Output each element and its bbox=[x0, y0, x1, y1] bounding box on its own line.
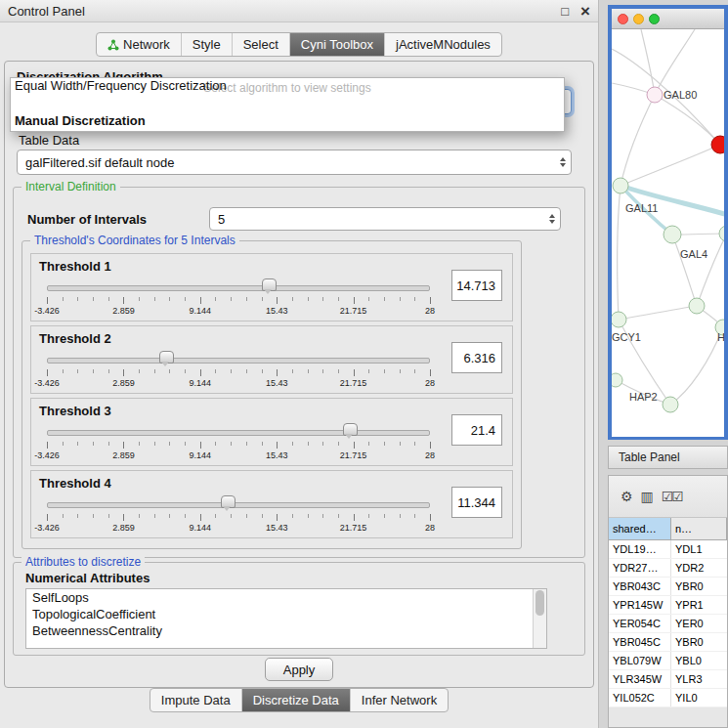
tab-cyni-toolbox[interactable]: Cyni Toolbox bbox=[289, 33, 384, 56]
tick-mark bbox=[322, 514, 323, 518]
table-row[interactable]: YER054CYER0 bbox=[609, 615, 727, 633]
table-row[interactable]: YDL19…YDL1 bbox=[609, 540, 727, 559]
bottom-tab-bar: Impute DataDiscretize DataInfer Network bbox=[150, 688, 449, 712]
slider-thumb[interactable] bbox=[159, 351, 174, 364]
cell-name: YDL1 bbox=[671, 543, 727, 555]
network-node[interactable] bbox=[612, 312, 626, 327]
tick-mark bbox=[277, 369, 278, 376]
tick-mark bbox=[368, 297, 369, 301]
network-edge[interactable] bbox=[672, 235, 697, 306]
tab-network[interactable]: Network bbox=[97, 33, 181, 56]
minimize-window-icon[interactable] bbox=[633, 14, 644, 24]
table-row[interactable]: YDR27…YDR2 bbox=[609, 559, 727, 578]
threshold-value-input[interactable]: 6.316 bbox=[451, 342, 502, 373]
network-node[interactable] bbox=[664, 226, 681, 243]
table-row[interactable]: YLR345WYLR3 bbox=[609, 670, 727, 689]
column-header-n[interactable]: n… bbox=[671, 518, 727, 539]
apply-button[interactable]: Apply bbox=[265, 658, 333, 681]
settings-gear-icon[interactable]: ⚙ bbox=[621, 490, 631, 503]
vertical-scrollbar[interactable] bbox=[533, 589, 546, 648]
algorithm-option-manual-discretization[interactable]: Manual Discretization bbox=[15, 113, 146, 128]
tab-jactivemnodules[interactable]: jActiveMNodules bbox=[384, 33, 501, 56]
column-header-shared[interactable]: shared… bbox=[609, 518, 671, 539]
threshold-value-input[interactable]: 11.344 bbox=[451, 487, 502, 518]
slider-thumb[interactable] bbox=[262, 278, 277, 291]
threshold-value-input[interactable]: 21.4 bbox=[451, 414, 502, 446]
tick-label: 21.715 bbox=[340, 450, 367, 460]
tick-mark bbox=[354, 442, 355, 449]
table-row[interactable]: YBL079WYBL0 bbox=[609, 652, 727, 670]
network-edge[interactable] bbox=[641, 29, 655, 95]
network-edge[interactable] bbox=[670, 327, 723, 405]
network-node[interactable] bbox=[689, 298, 705, 314]
tick-mark bbox=[430, 297, 431, 304]
network-node[interactable] bbox=[647, 87, 663, 103]
tick-mark bbox=[246, 442, 247, 446]
zoom-window-icon[interactable] bbox=[649, 14, 660, 24]
close-icon[interactable]: × bbox=[580, 3, 590, 20]
tick-mark bbox=[368, 369, 369, 373]
tick-mark bbox=[63, 514, 64, 518]
tab-infer-network[interactable]: Infer Network bbox=[350, 689, 448, 711]
slider-ticks bbox=[47, 514, 430, 522]
slider-ticks bbox=[47, 369, 430, 377]
scrollbar-thumb[interactable] bbox=[535, 590, 544, 616]
tick-mark bbox=[215, 442, 216, 446]
table-panel-header[interactable]: Table Panel bbox=[608, 446, 728, 469]
attribute-list-item[interactable]: TopologicalCoefficient bbox=[26, 606, 546, 622]
tab-select[interactable]: Select bbox=[232, 33, 289, 56]
table-data-combobox-value: galFiltered.sif default node bbox=[18, 155, 555, 170]
column-layout-icon[interactable]: ▥ bbox=[641, 490, 652, 503]
threshold-slider[interactable] bbox=[47, 350, 430, 367]
tab-impute-data[interactable]: Impute Data bbox=[150, 689, 241, 711]
network-edge[interactable] bbox=[619, 306, 697, 320]
tab-discretize-data[interactable]: Discretize Data bbox=[241, 689, 350, 711]
tick-mark bbox=[400, 442, 401, 446]
float-window-icon[interactable]: □ bbox=[561, 5, 569, 18]
attribute-list-item[interactable]: SelfLoops bbox=[26, 589, 546, 606]
select-columns-icon[interactable]: ☑☑ bbox=[662, 490, 682, 503]
table-row[interactable]: YPR145WYPR1 bbox=[609, 596, 727, 615]
tick-label: 28 bbox=[425, 523, 435, 533]
threshold-slider[interactable] bbox=[47, 494, 430, 512]
number-of-intervals-combobox[interactable]: 5 bbox=[209, 207, 561, 231]
slider-track bbox=[47, 285, 430, 291]
network-window-titlebar[interactable] bbox=[612, 9, 724, 29]
algorithm-option-equal-width-frequency-discretization[interactable]: Equal Width/Frequency Discretization bbox=[15, 78, 227, 93]
tick-mark bbox=[308, 442, 309, 446]
threshold-slider[interactable] bbox=[47, 422, 430, 440]
numerical-attributes-label: Numerical Attributes bbox=[25, 571, 150, 585]
tick-label: 9.144 bbox=[190, 450, 212, 460]
table-row[interactable]: YIL052CYIL0 bbox=[609, 689, 727, 707]
tick-mark bbox=[430, 369, 431, 376]
network-node[interactable] bbox=[612, 373, 622, 387]
network-edge[interactable] bbox=[621, 145, 720, 186]
network-edge[interactable] bbox=[618, 186, 621, 320]
table-data-combobox[interactable]: galFiltered.sif default node bbox=[17, 150, 572, 175]
network-edge[interactable] bbox=[655, 95, 720, 145]
threshold-slider[interactable] bbox=[47, 278, 430, 295]
tab-style[interactable]: Style bbox=[181, 33, 232, 56]
table-row[interactable]: YBR045CYBR0 bbox=[609, 633, 727, 652]
network-canvas[interactable]: GAL80GAL11GAL4GCY1HHAP2 bbox=[612, 29, 724, 437]
network-node[interactable] bbox=[719, 226, 724, 241]
tick-mark bbox=[414, 514, 415, 518]
tick-mark bbox=[322, 369, 323, 373]
network-node[interactable] bbox=[711, 136, 724, 153]
network-graph[interactable]: GAL80GAL11GAL4GCY1HHAP2 bbox=[612, 29, 724, 437]
threshold-value-input[interactable]: 14.713 bbox=[451, 270, 502, 301]
close-window-icon[interactable] bbox=[618, 14, 628, 24]
network-node[interactable] bbox=[663, 397, 678, 412]
slider-thumb[interactable] bbox=[343, 423, 358, 436]
tick-mark bbox=[384, 369, 385, 373]
slider-thumb[interactable] bbox=[221, 495, 236, 508]
network-edge[interactable] bbox=[621, 95, 655, 186]
numerical-attributes-list[interactable]: SelfLoopsTopologicalCoefficientBetweenne… bbox=[25, 588, 547, 649]
table-row[interactable]: YBR043CYBR0 bbox=[609, 578, 727, 596]
tick-label: -3.426 bbox=[34, 450, 60, 460]
network-edge[interactable] bbox=[697, 234, 724, 306]
interval-definition-group: Interval Definition Number of Intervals … bbox=[13, 187, 585, 558]
attribute-list-item[interactable]: BetweennessCentrality bbox=[26, 622, 546, 639]
network-node[interactable] bbox=[613, 178, 628, 193]
network-view-window[interactable]: GAL80GAL11GAL4GCY1HHAP2 bbox=[608, 5, 728, 440]
